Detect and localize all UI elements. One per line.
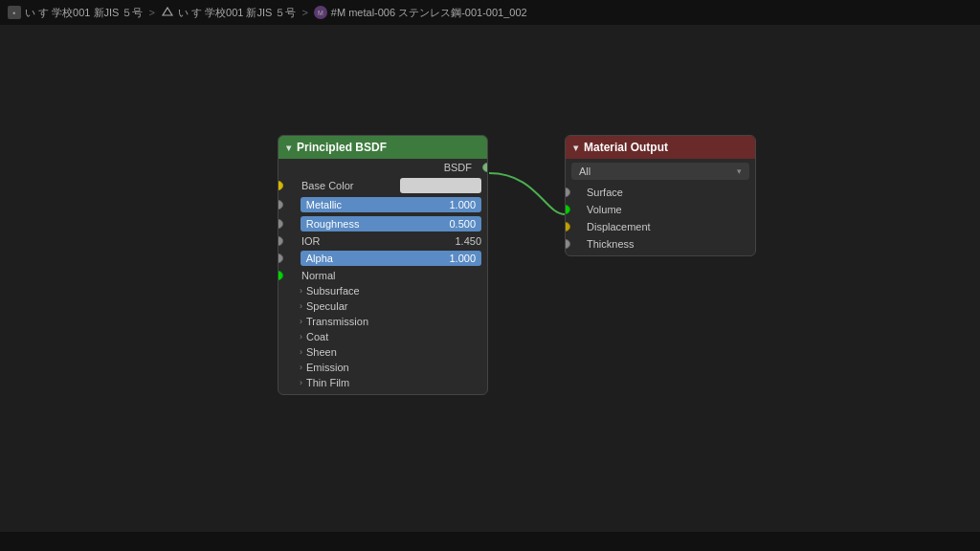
specular-expandable[interactable]: › Specular [278, 298, 487, 314]
normal-row: Normal [278, 268, 487, 283]
displacement-label: Displacement [587, 221, 651, 232]
roughness-row: Roughness 0.500 [278, 214, 487, 233]
all-dropdown-value: All [579, 165, 590, 177]
principled-bsdf-title: Principled BSDF [297, 141, 387, 154]
chevron-subsurface: › [300, 286, 302, 296]
principled-bsdf-body: BSDF Base Color Metallic 1.000 [278, 159, 487, 394]
principled-bsdf-node: ▾ Principled BSDF BSDF Base Color Met [278, 135, 488, 395]
material-output-node: ▾ Material Output All ▾ Surface Volume [565, 135, 756, 256]
metallic-socket[interactable] [278, 200, 283, 209]
chevron-thin-film: › [300, 378, 302, 387]
coat-label: Coat [306, 331, 328, 342]
node-editor-canvas[interactable]: ▾ Principled BSDF BSDF Base Color Met [0, 25, 980, 551]
volume-label: Volume [587, 204, 622, 215]
breadcrumb-sep-1: > [148, 7, 154, 18]
displacement-row: Displacement [566, 218, 755, 235]
bsdf-output-label: BSDF [444, 162, 472, 173]
thin-film-expandable[interactable]: › Thin Film [278, 375, 487, 394]
breadcrumb-sep-2: > [301, 7, 307, 18]
alpha-row: Alpha 1.000 [278, 249, 487, 268]
base-color-field[interactable] [400, 178, 481, 193]
alpha-field[interactable]: Alpha 1.000 [301, 251, 481, 266]
mesh-icon [161, 6, 174, 19]
ior-value: 1.450 [455, 235, 481, 247]
alpha-label: Alpha [306, 253, 333, 264]
subsurface-label: Subsurface [306, 285, 360, 297]
base-color-row: Base Color [278, 176, 487, 195]
chevron-specular: › [300, 301, 302, 311]
chevron-coat: › [300, 332, 302, 342]
metallic-label: Metallic [306, 199, 342, 210]
all-dropdown[interactable]: All ▾ [571, 163, 749, 180]
normal-socket[interactable] [278, 271, 283, 280]
displacement-socket[interactable] [565, 222, 570, 231]
ior-label: IOR [301, 235, 451, 247]
chevron-transmission: › [300, 317, 302, 326]
scene-icon: ▪ [8, 6, 21, 19]
roughness-value: 0.500 [449, 218, 476, 230]
metallic-field[interactable]: Metallic 1.000 [301, 197, 481, 212]
material-output-body: All ▾ Surface Volume Displacement [566, 163, 755, 255]
alpha-value: 1.000 [449, 253, 476, 264]
bsdf-output-socket[interactable] [482, 163, 488, 172]
roughness-field[interactable]: Roughness 0.500 [301, 216, 481, 231]
svg-marker-0 [163, 8, 172, 15]
sheen-label: Sheen [306, 346, 337, 358]
emission-expandable[interactable]: › Emission [278, 360, 487, 375]
roughness-label: Roughness [306, 218, 360, 230]
surface-socket[interactable] [565, 187, 570, 197]
volume-socket[interactable] [565, 205, 570, 214]
thickness-row: Thickness [566, 235, 755, 255]
bottom-bar [0, 532, 980, 551]
metallic-value: 1.000 [449, 199, 476, 210]
roughness-socket[interactable] [278, 219, 283, 229]
breadcrumb-item-1[interactable]: い す 学校001 新JIS ５号 [25, 6, 143, 20]
emission-label: Emission [306, 362, 349, 373]
surface-row: Surface [566, 184, 755, 201]
chevron-sheen: › [300, 347, 302, 357]
thin-film-label: Thin Film [306, 377, 349, 388]
material-output-header[interactable]: ▾ Material Output [566, 136, 755, 159]
surface-label: Surface [587, 187, 623, 198]
transmission-expandable[interactable]: › Transmission [278, 314, 487, 329]
metallic-row: Metallic 1.000 [278, 195, 487, 214]
thickness-label: Thickness [587, 238, 635, 250]
principled-bsdf-header[interactable]: ▾ Principled BSDF [278, 136, 487, 159]
normal-label: Normal [301, 270, 481, 281]
specular-label: Specular [306, 300, 347, 312]
ior-socket[interactable] [278, 236, 283, 246]
breadcrumb-item-3[interactable]: #M metal-006 ステンレス鋼-001-001_002 [331, 6, 527, 20]
sheen-expandable[interactable]: › Sheen [278, 344, 487, 360]
connections-svg [0, 25, 980, 551]
alpha-socket[interactable] [278, 253, 283, 263]
breadcrumb-item-2[interactable]: い す 学校001 新JIS ５号 [178, 6, 296, 20]
material-output-title: Material Output [584, 141, 668, 154]
ior-row: IOR 1.450 [278, 233, 487, 249]
base-color-label: Base Color [301, 180, 396, 191]
coat-expandable[interactable]: › Coat [278, 329, 487, 344]
base-color-socket[interactable] [278, 181, 283, 190]
material-icon: M [314, 6, 327, 19]
transmission-label: Transmission [306, 316, 368, 327]
collapse-icon[interactable]: ▾ [286, 143, 291, 153]
subsurface-expandable[interactable]: › Subsurface [278, 283, 487, 298]
collapse-output-icon[interactable]: ▾ [573, 143, 578, 153]
breadcrumb-bar: ▪ い す 学校001 新JIS ５号 > い す 学校001 新JIS ５号 … [0, 0, 980, 25]
thickness-socket[interactable] [565, 239, 570, 249]
volume-row: Volume [566, 201, 755, 218]
bsdf-output-row: BSDF [278, 159, 487, 176]
chevron-emission: › [300, 363, 302, 372]
dropdown-arrow-icon: ▾ [737, 166, 742, 176]
